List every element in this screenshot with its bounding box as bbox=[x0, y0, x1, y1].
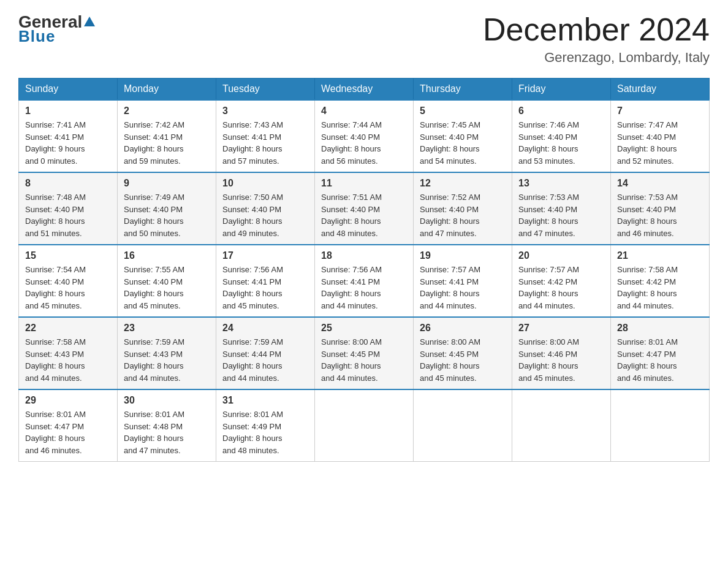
day-info: Sunrise: 7:41 AMSunset: 4:41 PMDaylight:… bbox=[25, 119, 111, 167]
table-row: 27Sunrise: 8:00 AMSunset: 4:46 PMDayligh… bbox=[512, 317, 611, 389]
day-info: Sunrise: 7:56 AMSunset: 4:41 PMDaylight:… bbox=[321, 264, 407, 312]
day-number: 3 bbox=[222, 105, 308, 117]
logo: General Blue bbox=[18, 12, 97, 46]
day-info: Sunrise: 7:52 AMSunset: 4:40 PMDaylight:… bbox=[420, 191, 506, 239]
header-saturday: Saturday bbox=[611, 79, 710, 101]
month-title: December 2024 bbox=[483, 12, 710, 47]
day-info: Sunrise: 7:53 AMSunset: 4:40 PMDaylight:… bbox=[518, 191, 604, 239]
table-row: 17Sunrise: 7:56 AMSunset: 4:41 PMDayligh… bbox=[216, 245, 315, 317]
day-info: Sunrise: 7:59 AMSunset: 4:43 PMDaylight:… bbox=[124, 336, 210, 384]
day-info: Sunrise: 8:00 AMSunset: 4:45 PMDaylight:… bbox=[321, 336, 407, 384]
day-number: 22 bbox=[25, 323, 111, 334]
day-number: 18 bbox=[321, 250, 407, 261]
day-info: Sunrise: 8:01 AMSunset: 4:47 PMDaylight:… bbox=[25, 408, 111, 456]
table-row: 31Sunrise: 8:01 AMSunset: 4:49 PMDayligh… bbox=[216, 389, 315, 462]
table-row: 3Sunrise: 7:43 AMSunset: 4:41 PMDaylight… bbox=[216, 100, 315, 172]
table-row: 13Sunrise: 7:53 AMSunset: 4:40 PMDayligh… bbox=[512, 172, 611, 245]
day-info: Sunrise: 7:48 AMSunset: 4:40 PMDaylight:… bbox=[25, 191, 111, 239]
day-number: 21 bbox=[617, 250, 703, 261]
table-row: 11Sunrise: 7:51 AMSunset: 4:40 PMDayligh… bbox=[315, 172, 414, 245]
day-number: 11 bbox=[321, 178, 407, 189]
day-info: Sunrise: 7:58 AMSunset: 4:43 PMDaylight:… bbox=[25, 336, 111, 384]
table-row bbox=[611, 389, 710, 462]
day-number: 13 bbox=[518, 178, 604, 189]
table-row: 25Sunrise: 8:00 AMSunset: 4:45 PMDayligh… bbox=[315, 317, 414, 389]
day-info: Sunrise: 8:01 AMSunset: 4:49 PMDaylight:… bbox=[222, 408, 308, 456]
table-row: 1Sunrise: 7:41 AMSunset: 4:41 PMDaylight… bbox=[19, 100, 118, 172]
header-sunday: Sunday bbox=[19, 79, 118, 101]
day-number: 14 bbox=[617, 178, 703, 189]
day-info: Sunrise: 8:01 AMSunset: 4:48 PMDaylight:… bbox=[124, 408, 210, 456]
logo-blue-text: Blue bbox=[18, 27, 55, 46]
table-row: 15Sunrise: 7:54 AMSunset: 4:40 PMDayligh… bbox=[19, 245, 118, 317]
day-info: Sunrise: 7:58 AMSunset: 4:42 PMDaylight:… bbox=[617, 264, 703, 312]
day-info: Sunrise: 8:00 AMSunset: 4:45 PMDaylight:… bbox=[420, 336, 506, 384]
day-number: 9 bbox=[124, 178, 210, 189]
table-row: 14Sunrise: 7:53 AMSunset: 4:40 PMDayligh… bbox=[611, 172, 710, 245]
table-row bbox=[414, 389, 512, 462]
table-row: 21Sunrise: 7:58 AMSunset: 4:42 PMDayligh… bbox=[611, 245, 710, 317]
day-info: Sunrise: 8:00 AMSunset: 4:46 PMDaylight:… bbox=[518, 336, 604, 384]
day-number: 16 bbox=[124, 250, 210, 261]
table-row: 29Sunrise: 8:01 AMSunset: 4:47 PMDayligh… bbox=[19, 389, 118, 462]
day-number: 2 bbox=[124, 105, 210, 117]
day-info: Sunrise: 7:55 AMSunset: 4:40 PMDaylight:… bbox=[124, 264, 210, 312]
day-number: 31 bbox=[222, 395, 308, 406]
table-row: 23Sunrise: 7:59 AMSunset: 4:43 PMDayligh… bbox=[118, 317, 216, 389]
table-row: 24Sunrise: 7:59 AMSunset: 4:44 PMDayligh… bbox=[216, 317, 315, 389]
day-info: Sunrise: 7:49 AMSunset: 4:40 PMDaylight:… bbox=[124, 191, 210, 239]
day-info: Sunrise: 7:42 AMSunset: 4:41 PMDaylight:… bbox=[124, 119, 210, 167]
table-row: 7Sunrise: 7:47 AMSunset: 4:40 PMDaylight… bbox=[611, 100, 710, 172]
day-number: 8 bbox=[25, 178, 111, 189]
table-row: 12Sunrise: 7:52 AMSunset: 4:40 PMDayligh… bbox=[414, 172, 512, 245]
day-number: 25 bbox=[321, 323, 407, 334]
table-row: 9Sunrise: 7:49 AMSunset: 4:40 PMDaylight… bbox=[118, 172, 216, 245]
header-tuesday: Tuesday bbox=[216, 79, 315, 101]
table-row: 28Sunrise: 8:01 AMSunset: 4:47 PMDayligh… bbox=[611, 317, 710, 389]
day-number: 29 bbox=[25, 395, 111, 406]
day-info: Sunrise: 7:45 AMSunset: 4:40 PMDaylight:… bbox=[420, 119, 506, 167]
day-info: Sunrise: 7:56 AMSunset: 4:41 PMDaylight:… bbox=[222, 264, 308, 312]
table-row: 18Sunrise: 7:56 AMSunset: 4:41 PMDayligh… bbox=[315, 245, 414, 317]
day-info: Sunrise: 7:54 AMSunset: 4:40 PMDaylight:… bbox=[25, 264, 111, 312]
page-header: General Blue December 2024 Gerenzago, Lo… bbox=[18, 12, 710, 66]
calendar-week-row: 1Sunrise: 7:41 AMSunset: 4:41 PMDaylight… bbox=[19, 100, 710, 172]
day-info: Sunrise: 7:44 AMSunset: 4:40 PMDaylight:… bbox=[321, 119, 407, 167]
title-area: December 2024 Gerenzago, Lombardy, Italy bbox=[483, 12, 710, 66]
day-number: 17 bbox=[222, 250, 308, 261]
day-number: 5 bbox=[420, 105, 506, 117]
day-number: 28 bbox=[617, 323, 703, 334]
day-info: Sunrise: 7:50 AMSunset: 4:40 PMDaylight:… bbox=[222, 191, 308, 239]
day-number: 20 bbox=[518, 250, 604, 261]
day-number: 1 bbox=[25, 105, 111, 117]
calendar-week-row: 15Sunrise: 7:54 AMSunset: 4:40 PMDayligh… bbox=[19, 245, 710, 317]
calendar-table: Sunday Monday Tuesday Wednesday Thursday… bbox=[18, 78, 710, 462]
calendar-week-row: 22Sunrise: 7:58 AMSunset: 4:43 PMDayligh… bbox=[19, 317, 710, 389]
table-row: 10Sunrise: 7:50 AMSunset: 4:40 PMDayligh… bbox=[216, 172, 315, 245]
header-wednesday: Wednesday bbox=[315, 79, 414, 101]
header-row: Sunday Monday Tuesday Wednesday Thursday… bbox=[19, 79, 710, 101]
day-info: Sunrise: 7:57 AMSunset: 4:42 PMDaylight:… bbox=[518, 264, 604, 312]
table-row: 19Sunrise: 7:57 AMSunset: 4:41 PMDayligh… bbox=[414, 245, 512, 317]
day-number: 7 bbox=[617, 105, 703, 117]
day-number: 12 bbox=[420, 178, 506, 189]
day-number: 24 bbox=[222, 323, 308, 334]
table-row: 30Sunrise: 8:01 AMSunset: 4:48 PMDayligh… bbox=[118, 389, 216, 462]
table-row: 2Sunrise: 7:42 AMSunset: 4:41 PMDaylight… bbox=[118, 100, 216, 172]
day-number: 30 bbox=[124, 395, 210, 406]
table-row: 22Sunrise: 7:58 AMSunset: 4:43 PMDayligh… bbox=[19, 317, 118, 389]
table-row: 26Sunrise: 8:00 AMSunset: 4:45 PMDayligh… bbox=[414, 317, 512, 389]
day-info: Sunrise: 7:47 AMSunset: 4:40 PMDaylight:… bbox=[617, 119, 703, 167]
calendar-week-row: 29Sunrise: 8:01 AMSunset: 4:47 PMDayligh… bbox=[19, 389, 710, 462]
logo-triangle-icon bbox=[83, 15, 96, 29]
table-row bbox=[512, 389, 611, 462]
day-info: Sunrise: 7:59 AMSunset: 4:44 PMDaylight:… bbox=[222, 336, 308, 384]
day-number: 23 bbox=[124, 323, 210, 334]
table-row bbox=[315, 389, 414, 462]
header-friday: Friday bbox=[512, 79, 611, 101]
day-info: Sunrise: 7:43 AMSunset: 4:41 PMDaylight:… bbox=[222, 119, 308, 167]
day-info: Sunrise: 7:46 AMSunset: 4:40 PMDaylight:… bbox=[518, 119, 604, 167]
day-info: Sunrise: 7:57 AMSunset: 4:41 PMDaylight:… bbox=[420, 264, 506, 312]
table-row: 16Sunrise: 7:55 AMSunset: 4:40 PMDayligh… bbox=[118, 245, 216, 317]
day-number: 27 bbox=[518, 323, 604, 334]
